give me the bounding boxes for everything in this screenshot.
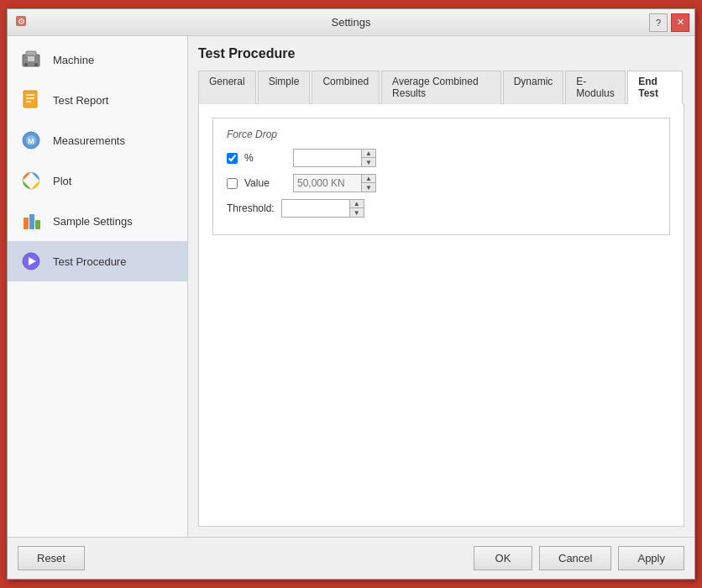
svg-rect-3 xyxy=(26,51,36,55)
svg-rect-16 xyxy=(29,214,34,229)
threshold-arrows: ▲ ▼ xyxy=(349,200,364,217)
sidebar-label-report: Test Report xyxy=(53,94,108,107)
sidebar-item-machine[interactable]: Machine xyxy=(8,39,187,80)
percent-label[interactable]: % xyxy=(244,152,286,164)
value-spin-up[interactable]: ▲ xyxy=(362,175,375,183)
ok-button[interactable]: OK xyxy=(474,546,532,570)
threshold-row: Threshold: 5,000 KN ▲ ▼ xyxy=(227,199,656,218)
threshold-spinbox: 5,000 KN ▲ ▼ xyxy=(281,199,364,218)
settings-dialog: ⚙ Settings ? ✕ Machin xyxy=(7,8,695,580)
svg-rect-15 xyxy=(24,218,29,229)
dialog-title: Settings xyxy=(332,16,371,29)
percent-row: % 10 ▲ ▼ xyxy=(227,149,656,167)
reset-button[interactable]: Reset xyxy=(18,546,85,570)
apply-button[interactable]: Apply xyxy=(618,546,684,570)
threshold-label: Threshold: xyxy=(227,202,275,214)
footer-left: Reset xyxy=(18,546,85,570)
tab-dynamic[interactable]: Dynamic xyxy=(503,71,564,104)
value-row: Value ▲ ▼ xyxy=(227,174,656,192)
content-area: Machine Test Report xyxy=(8,36,694,537)
close-button[interactable]: ✕ xyxy=(671,13,689,32)
threshold-input[interactable]: 5,000 KN xyxy=(282,200,349,217)
percent-spin-down[interactable]: ▼ xyxy=(362,158,375,166)
threshold-spin-down[interactable]: ▼ xyxy=(350,208,364,217)
svg-text:M: M xyxy=(28,137,34,145)
tab-end-test[interactable]: End Test xyxy=(627,71,683,104)
value-arrows: ▲ ▼ xyxy=(361,175,375,192)
percent-spin-up[interactable]: ▲ xyxy=(362,150,375,158)
percent-spinbox: 10 ▲ ▼ xyxy=(293,149,376,167)
sidebar-item-plot[interactable]: Plot xyxy=(8,160,187,201)
sidebar-label-sample: Sample Settings xyxy=(53,215,133,228)
percent-checkbox[interactable] xyxy=(227,153,238,164)
percent-arrows: ▲ ▼ xyxy=(361,150,375,166)
sidebar-label-plot: Plot xyxy=(53,175,71,187)
sidebar-item-test-procedure[interactable]: Test Procedure xyxy=(8,241,187,281)
sidebar-label-machine: Machine xyxy=(53,54,94,66)
sidebar-label-measurements: Measurements xyxy=(53,134,125,147)
svg-text:⚙: ⚙ xyxy=(18,17,25,26)
title-bar: ⚙ Settings ? ✕ xyxy=(8,9,694,36)
tab-combined[interactable]: Combined xyxy=(312,71,380,104)
value-spinbox: ▲ ▼ xyxy=(293,174,376,192)
title-bar-buttons: ? ✕ xyxy=(649,13,689,32)
section-title: Force Drop xyxy=(227,129,656,140)
sample-icon xyxy=(18,207,45,234)
value-spin-down[interactable]: ▼ xyxy=(362,183,375,192)
cancel-button[interactable]: Cancel xyxy=(539,546,611,570)
svg-rect-10 xyxy=(26,101,31,102)
value-label[interactable]: Value xyxy=(244,177,286,189)
tab-content: Force Drop % 10 ▲ ▼ xyxy=(198,104,684,527)
value-checkbox[interactable] xyxy=(227,178,238,189)
tab-e-modulus[interactable]: E-Modulus xyxy=(565,71,626,104)
title-bar-icon: ⚙ xyxy=(14,14,28,30)
sidebar-item-test-report[interactable]: Test Report xyxy=(8,80,187,120)
svg-point-6 xyxy=(34,63,38,66)
main-panel: Test Procedure General Simple Combined A… xyxy=(188,36,694,537)
machine-icon xyxy=(18,46,45,73)
force-drop-section: Force Drop % 10 ▲ ▼ xyxy=(212,118,670,235)
report-icon xyxy=(18,87,45,113)
tab-simple[interactable]: Simple xyxy=(258,71,311,104)
percent-input[interactable]: 10 xyxy=(294,150,361,166)
tab-average-combined[interactable]: Average Combined Results xyxy=(381,71,501,104)
tab-general[interactable]: General xyxy=(198,71,256,104)
value-input[interactable] xyxy=(294,175,361,192)
procedure-icon xyxy=(18,248,45,275)
svg-rect-9 xyxy=(26,97,34,99)
footer-right: OK Cancel Apply xyxy=(474,546,684,570)
panel-title: Test Procedure xyxy=(198,46,684,61)
tabs: General Simple Combined Average Combined… xyxy=(198,70,684,104)
threshold-spin-up[interactable]: ▲ xyxy=(350,200,364,208)
svg-point-5 xyxy=(24,63,28,66)
plot-icon xyxy=(18,167,45,194)
footer: Reset OK Cancel Apply xyxy=(8,537,694,579)
svg-rect-8 xyxy=(26,94,34,96)
svg-rect-4 xyxy=(28,56,34,61)
sidebar-label-procedure: Test Procedure xyxy=(53,255,126,268)
sidebar-item-sample-settings[interactable]: Sample Settings xyxy=(8,201,187,241)
sidebar: Machine Test Report xyxy=(8,36,188,537)
help-button[interactable]: ? xyxy=(649,13,668,32)
sidebar-item-measurements[interactable]: M Measurements xyxy=(8,120,187,160)
svg-rect-17 xyxy=(35,220,40,229)
measure-icon: M xyxy=(18,127,45,154)
